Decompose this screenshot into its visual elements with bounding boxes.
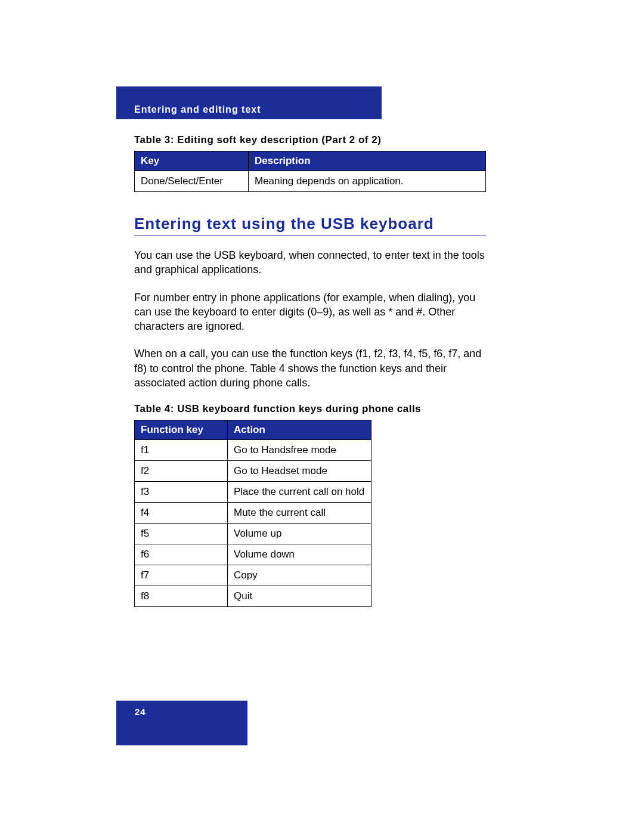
table4-cell-fk: f4	[135, 503, 228, 524]
table4-cell-fk: f6	[135, 544, 228, 565]
table4-cell-fk: f2	[135, 461, 228, 482]
table4-cell-action: Go to Headset mode	[228, 461, 371, 482]
content-area: Table 3: Editing soft key description (P…	[134, 128, 486, 607]
table-row: f4 Mute the current call	[135, 503, 371, 524]
table-row: Done/Select/Enter Meaning depends on app…	[135, 171, 486, 192]
table4-cell-action: Place the current call on hold	[228, 482, 371, 503]
table4-cell-action: Volume up	[228, 524, 371, 544]
table4: Function key Action f1 Go to Handsfree m…	[134, 420, 371, 607]
table4-cell-action: Go to Handsfree mode	[228, 440, 371, 461]
table-header-row: Function key Action	[135, 420, 371, 440]
paragraph: For number entry in phone applications (…	[134, 290, 486, 334]
table-row: f7 Copy	[135, 565, 371, 586]
table-row: f6 Volume down	[135, 544, 371, 565]
table4-cell-action: Mute the current call	[228, 503, 371, 524]
section-heading: Entering text using the USB keyboard	[134, 215, 486, 233]
section-rule	[134, 236, 486, 236]
table-row: f3 Place the current call on hold	[135, 482, 371, 503]
table4-head-action: Action	[228, 420, 371, 440]
table-row: f8 Quit	[135, 586, 371, 607]
table3-cell-key: Done/Select/Enter	[135, 171, 249, 192]
table4-cell-fk: f7	[135, 565, 228, 586]
table4-head-fk: Function key	[135, 420, 228, 440]
table-header-row: Key Description	[135, 151, 486, 171]
paragraph: When on a call, you can use the function…	[134, 346, 486, 390]
paragraph: You can use the USB keyboard, when conne…	[134, 248, 486, 277]
table4-cell-fk: f3	[135, 482, 228, 503]
table3-head-desc: Description	[249, 151, 486, 171]
table4-caption: Table 4: USB keyboard function keys duri…	[134, 403, 486, 415]
table3: Key Description Done/Select/Enter Meanin…	[134, 151, 486, 192]
page: Entering and editing text Table 3: Editi…	[0, 0, 644, 833]
table-row: f2 Go to Headset mode	[135, 461, 371, 482]
table4-cell-action: Copy	[228, 565, 371, 586]
table3-cell-desc: Meaning depends on application.	[249, 171, 486, 192]
table4-cell-fk: f8	[135, 586, 228, 607]
header-band: Entering and editing text	[116, 86, 382, 119]
table-row: f1 Go to Handsfree mode	[135, 440, 371, 461]
table3-head-key: Key	[135, 151, 249, 171]
table4-cell-action: Quit	[228, 586, 371, 607]
table4-cell-action: Volume down	[228, 544, 371, 565]
table3-caption: Table 3: Editing soft key description (P…	[134, 134, 486, 146]
page-number: 24	[135, 707, 146, 717]
table-row: f5 Volume up	[135, 524, 371, 544]
table4-cell-fk: f5	[135, 524, 228, 544]
table4-cell-fk: f1	[135, 440, 228, 461]
